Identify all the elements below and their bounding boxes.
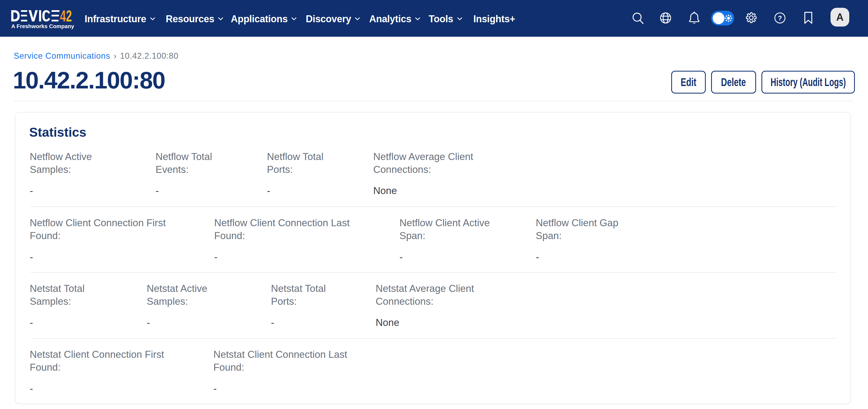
svg-text:42: 42 [60, 10, 72, 25]
svg-text:A Freshworks Company: A Freshworks Company [11, 23, 74, 29]
svg-text:?: ? [778, 14, 782, 22]
